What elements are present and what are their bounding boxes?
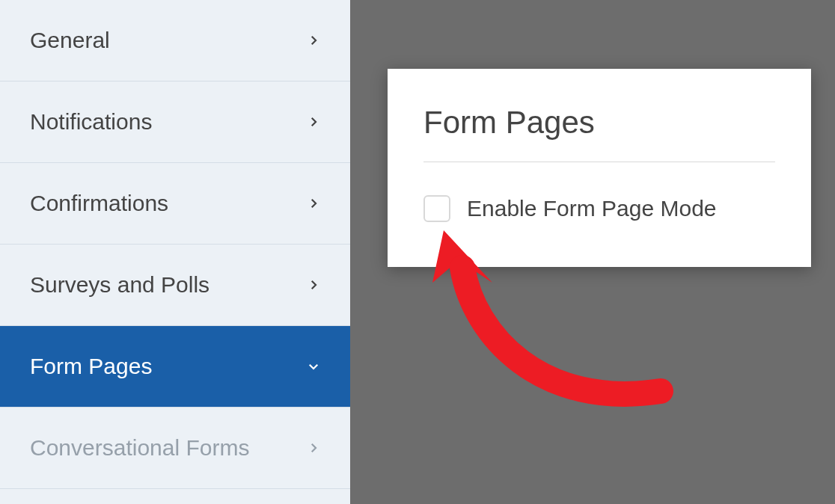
sidebar-item-label: Notifications [30,109,152,135]
chevron-right-icon [307,115,320,129]
content-area: Form Pages Enable Form Page Mode [350,0,835,504]
sidebar-item-surveys-polls[interactable]: Surveys and Polls [0,245,350,326]
sidebar-item-label: Form Pages [30,354,152,379]
sidebar-item-label: General [30,28,110,53]
enable-form-page-mode-checkbox[interactable] [423,195,450,222]
chevron-right-icon [307,278,320,292]
chevron-down-icon [307,360,320,373]
chevron-right-icon [307,441,320,455]
sidebar-item-label: Confirmations [30,191,168,216]
sidebar-item-general[interactable]: General [0,0,350,82]
chevron-right-icon [307,197,320,210]
form-pages-panel: Form Pages Enable Form Page Mode [388,69,811,267]
settings-sidebar: General Notifications Confirmations Surv… [0,0,350,504]
sidebar-item-confirmations[interactable]: Confirmations [0,163,350,245]
sidebar-item-form-pages[interactable]: Form Pages [0,326,350,408]
panel-title: Form Pages [423,105,775,162]
sidebar-item-label: Conversational Forms [30,435,249,461]
chevron-right-icon [307,34,320,47]
sidebar-item-conversational-forms[interactable]: Conversational Forms [0,408,350,489]
enable-form-page-mode-label: Enable Form Page Mode [467,196,717,221]
sidebar-item-notifications[interactable]: Notifications [0,82,350,163]
enable-form-page-mode-row: Enable Form Page Mode [423,195,775,222]
sidebar-item-label: Surveys and Polls [30,272,209,298]
